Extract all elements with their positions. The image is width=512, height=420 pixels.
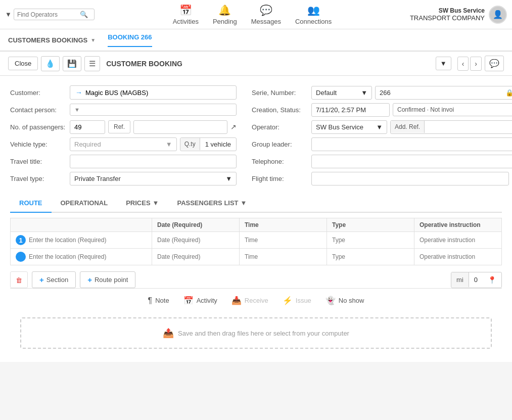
noshow-label: No show (339, 297, 364, 304)
flight-time-group: ✈ (311, 172, 512, 185)
delete-button[interactable]: 🗑 (10, 271, 28, 288)
nav-center: 📅 Activities 🔔 Pending 💬 Messages 👥 Conn… (173, 4, 332, 25)
ref-input[interactable] (133, 120, 227, 134)
route-plus-icon: + (87, 275, 92, 284)
telephone-row: Telephone: (252, 153, 512, 170)
activities-nav-item[interactable]: 📅 Activities (173, 4, 199, 25)
row2-date-input[interactable] (152, 250, 239, 263)
travel-type-label: Travel type: (10, 175, 66, 182)
customer-field[interactable]: → Magic BUS (MAGBS) (70, 85, 237, 100)
operator-search-box[interactable]: 🔍 (14, 9, 95, 20)
pax-input[interactable] (70, 120, 105, 134)
row2-location-input[interactable] (29, 253, 147, 260)
contact-dropdown-icon: ▼ (74, 107, 80, 113)
close-button[interactable]: Close (8, 57, 38, 70)
serie-number: 266 (380, 89, 391, 97)
row1-op-cell (414, 232, 502, 249)
serie-select[interactable]: Default ▼ (311, 86, 372, 100)
nav-right: SW Bus Service TRANSPORT COMPANY 👤 (410, 6, 507, 24)
receive-action[interactable]: 📥 Receive (231, 296, 268, 305)
save-button[interactable]: 💾 (63, 56, 81, 71)
pending-nav-item[interactable]: 🔔 Pending (213, 4, 237, 25)
search-input[interactable] (17, 11, 78, 18)
contact-input[interactable]: ▼ (70, 104, 237, 116)
ref-button[interactable]: Ref. (108, 120, 130, 133)
contact-label: Contact person: (10, 106, 66, 114)
row1-type-input[interactable] (327, 234, 414, 247)
travel-type-dropdown-icon: ▼ (225, 175, 232, 182)
file-drop-area[interactable]: 📤 Save and then drag files here or selec… (20, 317, 492, 349)
connections-icon: 👥 (307, 4, 320, 16)
issue-icon: ⚡ (283, 296, 293, 305)
row2-time-input[interactable] (240, 250, 327, 263)
activity-action[interactable]: 📅 Activity (183, 296, 217, 305)
tab-prices[interactable]: PRICES ▼ (117, 194, 168, 213)
telephone-input[interactable] (311, 155, 512, 168)
qty-group: Q.ty 1 vehicle (180, 137, 237, 151)
row2-type-cell (327, 249, 414, 265)
customer-label: Customer: (10, 89, 66, 97)
location-pin-icon[interactable]: 📍 (483, 272, 501, 288)
vehicle-select[interactable]: Required ▼ (70, 137, 177, 151)
operator-select[interactable]: SW Bus Service ▼ (311, 120, 387, 134)
tab-operational-label: OPERATIONAL (61, 199, 108, 207)
company-type: TRANSPORT COMPANY (410, 14, 485, 22)
row2-location (11, 249, 152, 265)
water-icon-button[interactable]: 💧 (41, 56, 60, 71)
search-icon[interactable]: 🔍 (80, 11, 88, 18)
stop-1-dot: 1 (16, 235, 26, 245)
avatar[interactable]: 👤 (489, 6, 507, 24)
travel-type-row: Travel type: Private Transfer ▼ (10, 170, 237, 187)
noshow-action[interactable]: 👻 No show (325, 296, 364, 305)
ref-external-link-icon[interactable]: ↗ (230, 123, 237, 131)
travel-type-select[interactable]: Private Transfer ▼ (70, 172, 237, 185)
travel-title-input[interactable] (70, 155, 237, 168)
prices-arrow-icon: ▼ (153, 199, 159, 207)
comment-button[interactable]: 💬 (485, 56, 504, 71)
customers-bookings-breadcrumb[interactable]: CUSTOMERS BOOKINGS ▼ (8, 36, 96, 44)
tab-operational[interactable]: OPERATIONAL (52, 194, 117, 213)
prev-button[interactable]: ‹ (457, 57, 469, 71)
row1-op-input[interactable] (414, 234, 501, 247)
operator-dropdown-trigger[interactable]: ▼ (5, 11, 12, 18)
group-leader-input[interactable] (311, 137, 512, 151)
table-row: 1 (11, 232, 502, 249)
connections-label: Connections (295, 18, 332, 25)
row2-op-input[interactable] (414, 250, 501, 263)
messages-nav-item[interactable]: 💬 Messages (251, 4, 281, 25)
group-leader-label: Group leader: (252, 141, 307, 148)
tab-route[interactable]: ROUTE (10, 194, 52, 213)
creation-date: 7/11/20, 2:57 PM (311, 103, 390, 117)
issue-label: Issue (296, 297, 311, 304)
issue-action[interactable]: ⚡ Issue (283, 296, 311, 305)
company-name: SW Bus Service (439, 7, 485, 14)
row2-type-input[interactable] (327, 250, 414, 263)
vehicle-label: Vehicle type: (10, 141, 66, 148)
dropdown-caret-icon: ▼ (5, 11, 12, 18)
trash-icon: 🗑 (16, 276, 22, 284)
breadcrumb-bar: CUSTOMERS BOOKINGS ▼ BOOKING 266 (0, 29, 512, 52)
addref-input[interactable] (425, 121, 512, 133)
note-action[interactable]: ¶ Note (148, 296, 169, 305)
flight-time-input[interactable] (311, 172, 509, 185)
vehicle-row: Vehicle type: Required ▼ Q.ty 1 vehicle (10, 135, 237, 153)
add-route-point-button[interactable]: + Route point (80, 271, 135, 288)
row1-date-input[interactable] (152, 234, 239, 247)
connections-nav-item[interactable]: 👥 Connections (295, 4, 332, 25)
booking-tab[interactable]: BOOKING 266 (108, 33, 152, 47)
row1-time-input[interactable] (240, 234, 327, 247)
next-button[interactable]: › (470, 57, 482, 71)
form-section: Customer: → Magic BUS (MAGBS) Contact pe… (10, 84, 502, 187)
add-section-button[interactable]: + Section (32, 271, 76, 288)
customer-row: Customer: → Magic BUS (MAGBS) (10, 84, 237, 101)
row1-location-input[interactable] (29, 237, 147, 244)
tab-passengers-list[interactable]: PASSENGERS LIST ▼ (168, 194, 256, 213)
pax-row: No. of passengers: Ref. ↗ (10, 118, 237, 135)
activities-label: Activities (173, 18, 199, 25)
list-icon-button[interactable]: ☰ (84, 56, 100, 71)
pax-label: No. of passengers: (10, 123, 66, 131)
activities-icon: 📅 (179, 4, 192, 16)
dropdown-button[interactable]: ▼ (436, 57, 451, 70)
travel-type-value: Private Transfer (74, 175, 121, 182)
vehicle-input-group: Required ▼ Q.ty 1 vehicle (70, 137, 237, 151)
